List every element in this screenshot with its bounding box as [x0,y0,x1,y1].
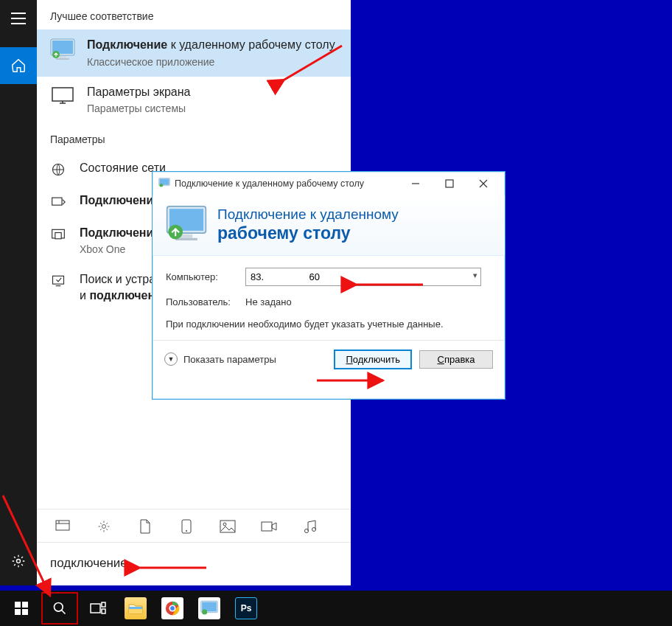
filter-photos-icon[interactable] [220,518,236,535]
user-value: Не задано [245,296,292,307]
svg-point-23 [159,184,163,187]
rdp-header: Подключение к удаленному рабочему столу [153,195,505,256]
filter-settings-icon[interactable] [96,518,112,535]
globe-icon [50,161,66,178]
svg-rect-18 [262,522,272,531]
computer-input[interactable] [245,268,481,286]
rdp-window-title: Подключение к удаленному рабочему столу [175,178,399,189]
home-button[interactable] [0,47,37,84]
svg-rect-27 [181,234,192,237]
section-best-match: Лучшее соответствие [37,0,351,29]
filter-videos-icon[interactable] [261,518,277,535]
computer-label: Компьютер: [166,271,237,282]
svg-point-45 [202,609,207,614]
taskbar: Ps [0,591,672,626]
chevron-down-circle-icon: ▼ [164,352,178,366]
filter-music-icon[interactable] [302,518,318,535]
result-display-title: Параметры экрана [87,84,190,100]
result-rdp-title: Подключение к удаленному рабочему столу [87,37,335,53]
hamburger-button[interactable] [0,0,37,37]
taskbar-app-rdp[interactable] [192,592,227,625]
svg-point-42 [170,606,175,611]
filter-web-icon[interactable] [178,518,195,535]
start-left-rail [0,0,37,585]
show-options-toggle[interactable]: ▼ Показать параметры [164,352,276,366]
connect-button[interactable]: Подключить [334,349,412,369]
svg-rect-32 [15,609,21,615]
settings-gear-button[interactable] [0,543,37,580]
chevron-down-icon[interactable]: ▾ [473,271,477,280]
svg-rect-11 [53,277,64,285]
monitor-icon [50,84,75,109]
result-row-display-settings[interactable]: Параметры экрана Параметры системы [37,77,351,124]
user-label: Пользователь: [166,296,237,307]
svg-rect-39 [129,607,142,609]
computer-combo[interactable]: ▾ [245,268,481,286]
troubleshoot-icon [50,273,66,289]
rdp-header-line2: рабочему столу [217,223,399,244]
rdp-app-icon [50,37,75,62]
svg-rect-36 [102,602,105,607]
svg-point-0 [17,560,21,563]
search-input-text[interactable]: подключение [37,543,351,585]
svg-rect-35 [91,604,100,613]
svg-rect-12 [56,521,69,530]
search-taskbar-button[interactable] [41,592,78,625]
result-row-rdp[interactable]: Подключение к удаленному рабочему столу … [37,29,351,77]
svg-rect-6 [52,88,73,101]
svg-rect-4 [56,58,69,60]
svg-rect-10 [55,233,61,239]
rdp-dialog: Подключение к удаленному рабочему столу … [152,171,505,400]
svg-point-34 [55,603,63,612]
svg-point-17 [223,523,226,526]
svg-rect-37 [102,609,105,613]
filter-documents-icon[interactable] [137,518,153,535]
svg-rect-16 [220,521,235,532]
rdp-header-icon [166,205,207,246]
start-button[interactable] [3,592,40,625]
svg-point-15 [186,530,187,532]
window-close-button[interactable] [466,173,500,195]
taskbar-app-explorer[interactable] [118,592,153,625]
window-maximize-button[interactable] [433,173,466,195]
cast-icon [50,226,66,243]
window-minimize-button[interactable] [399,173,433,195]
svg-rect-8 [52,198,62,205]
svg-rect-30 [15,602,21,608]
help-button[interactable]: Справка [419,350,493,369]
svg-rect-3 [59,56,66,58]
filter-apps-icon[interactable] [55,518,71,535]
svg-rect-24 [446,180,453,187]
taskbar-app-photoshop[interactable]: Ps [228,592,264,625]
rdp-header-line1: Подключение к удаленному [217,206,399,223]
task-view-button[interactable] [80,592,116,625]
rdp-titlebar[interactable]: Подключение к удаленному рабочему столу [153,172,505,195]
credentials-hint: При подключении необходимо будет указать… [166,318,491,331]
svg-rect-33 [22,609,28,615]
filter-category-strip [37,509,351,543]
svg-point-13 [102,525,106,529]
rdp-titlebar-icon [158,178,170,189]
result-rdp-subtitle: Классическое приложение [87,56,335,68]
connect-icon [50,194,66,210]
taskbar-app-chrome[interactable] [155,592,190,625]
svg-rect-31 [22,602,28,608]
section-params: Параметры [37,123,351,153]
result-display-subtitle: Параметры системы [87,102,190,114]
